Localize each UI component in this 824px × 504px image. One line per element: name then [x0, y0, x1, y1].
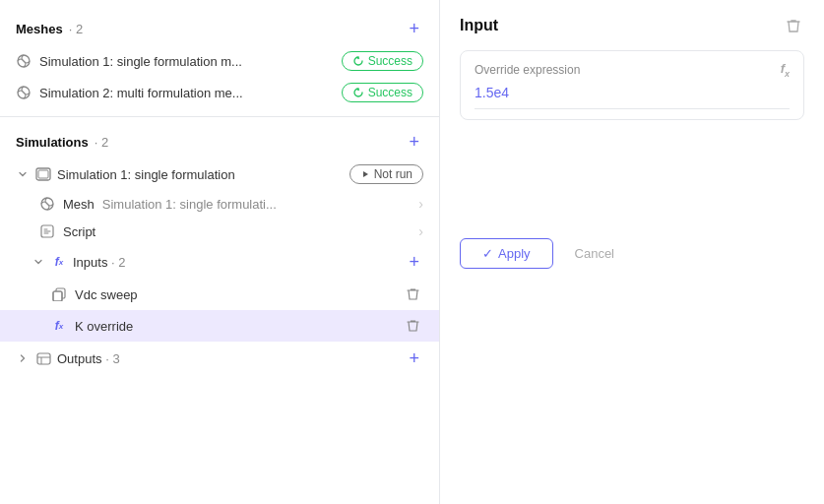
chevron-right-icon-script: ›: [418, 223, 423, 239]
check-icon: ✓: [482, 246, 493, 261]
override-expression-box: Override expression fx 1.5e4: [460, 50, 804, 120]
simulation-1-row[interactable]: Simulation 1: single formulation Not run: [0, 158, 439, 190]
apply-button[interactable]: ✓ Apply: [460, 238, 553, 269]
right-header: Input: [460, 16, 804, 34]
mesh-item-2[interactable]: Simulation 2: multi formulation me... Su…: [0, 77, 439, 108]
inputs-header: fx Inputs · 2 +: [0, 245, 439, 279]
script-sub-item[interactable]: Script ›: [0, 218, 439, 245]
fx-inputs-icon: fx: [51, 254, 67, 270]
mesh-sub-label: Mesh: [63, 197, 95, 212]
mesh-sub-item[interactable]: Mesh Simulation 1: single formulati... ›: [0, 190, 439, 218]
add-output-button[interactable]: +: [405, 347, 423, 369]
fx-label-icon: fx: [781, 61, 790, 79]
action-row: ✓ Apply Cancel: [460, 238, 804, 269]
copy-icon: [51, 286, 67, 302]
simulations-count: · 2: [95, 135, 108, 150]
delete-vdc-button[interactable]: [403, 285, 423, 303]
input-title: Input: [460, 17, 498, 34]
divider-1: [0, 116, 439, 117]
script-label: Script: [63, 224, 95, 239]
expr-label: Override expression: [475, 63, 580, 77]
delete-input-button[interactable]: [783, 16, 804, 34]
mesh-icon-1: [16, 53, 32, 69]
add-input-button[interactable]: +: [405, 251, 423, 273]
outputs-row[interactable]: Outputs · 3 +: [0, 342, 439, 375]
fx-k-icon: fx: [51, 318, 67, 334]
mesh-1-status: Success: [342, 51, 423, 71]
refresh-icon-1: [352, 55, 364, 67]
add-mesh-button[interactable]: +: [405, 18, 423, 39]
mesh-2-status: Success: [342, 83, 423, 102]
add-simulation-button[interactable]: +: [405, 131, 423, 153]
sim-box-icon: [35, 166, 51, 182]
mesh-1-label: Simulation 1: single formulation m...: [39, 54, 334, 69]
svg-rect-3: [38, 170, 48, 178]
meshes-title: Meshes · 2: [16, 22, 83, 36]
left-panel: Meshes · 2 + Simulation 1: single formul…: [0, 0, 440, 504]
outputs-chevron-right: [16, 351, 30, 365]
notrun-badge: Not run: [349, 164, 423, 184]
svg-rect-7: [53, 291, 62, 301]
script-icon: [39, 223, 55, 239]
vdc-sweep-item[interactable]: Vdc sweep: [0, 279, 439, 310]
play-icon-badge: [360, 169, 370, 179]
inputs-chevron-down: [32, 255, 45, 269]
outputs-box-icon: [35, 350, 51, 366]
simulations-title: Simulations · 2: [16, 135, 108, 150]
mesh-item-1[interactable]: Simulation 1: single formulation m... Su…: [0, 45, 439, 77]
delete-k-button[interactable]: [403, 317, 423, 335]
chevron-right-icon-mesh: ›: [418, 196, 423, 212]
meshes-count: · 2: [69, 22, 83, 36]
expr-label-row: Override expression fx: [475, 61, 790, 79]
simulations-section-header: Simulations · 2 +: [0, 125, 439, 158]
right-panel: Input Override expression fx 1.5e4 ✓ App…: [440, 0, 824, 504]
mesh-sub-icon: [39, 196, 55, 212]
cancel-button[interactable]: Cancel: [563, 239, 626, 268]
mesh-2-label: Simulation 2: multi formulation me...: [39, 86, 334, 100]
expr-value: 1.5e4: [475, 85, 509, 100]
simulation-1-label: Simulation 1: single formulation: [57, 167, 344, 182]
k-override-label: K override: [75, 319, 395, 334]
inputs-title: Inputs · 2: [73, 255, 399, 270]
svg-rect-9: [37, 353, 50, 364]
mesh-icon-2: [16, 85, 32, 100]
meshes-section-header: Meshes · 2 +: [0, 12, 439, 45]
chevron-down-icon: [16, 167, 30, 181]
k-override-item[interactable]: fx K override: [0, 310, 439, 342]
expr-divider: [475, 108, 790, 109]
refresh-icon-2: [352, 87, 364, 98]
vdc-label: Vdc sweep: [75, 287, 395, 302]
mesh-sub-desc: Simulation 1: single formulati...: [102, 197, 412, 212]
outputs-title: Outputs · 3: [57, 351, 399, 366]
